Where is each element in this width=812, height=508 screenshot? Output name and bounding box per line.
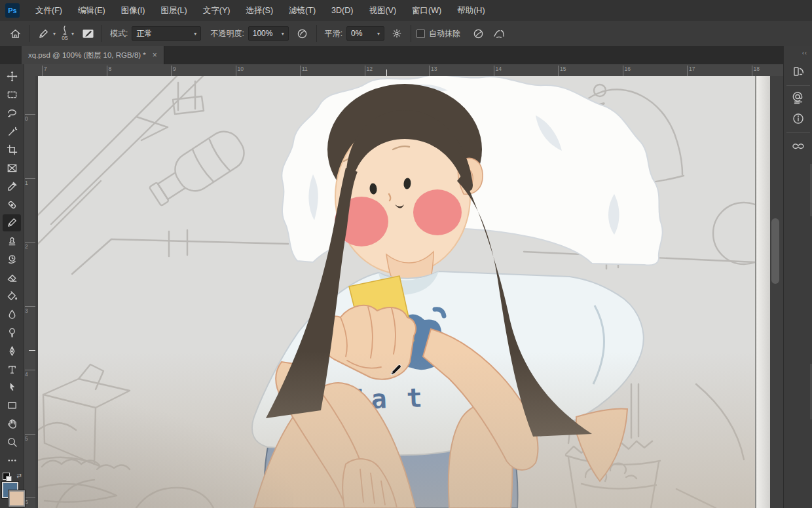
opacity-select[interactable]: 100%▾ [248, 26, 289, 41]
color-swatches: ⇄ [1, 473, 23, 508]
hruler-tick: 9 [171, 66, 176, 76]
libraries-panel-icon[interactable] [790, 90, 807, 107]
mode-select[interactable]: 正常▾ [132, 26, 201, 41]
hruler-cursor-marker [386, 69, 387, 76]
menu-item-3[interactable]: 图层(L) [153, 0, 194, 21]
tool-crop[interactable] [3, 141, 21, 158]
vruler-tick: 3 [25, 306, 35, 314]
tool-lasso[interactable] [3, 105, 21, 122]
photoshop-window: Ps 文件(F)编辑(E)图像(I)图层(L)文字(Y)选择(S)滤镜(T)3D… [0, 0, 812, 508]
chevron-down-icon: ▾ [53, 31, 56, 37]
pencil-tool-preset-icon[interactable] [35, 25, 52, 42]
menu-item-5[interactable]: 选择(S) [238, 0, 281, 21]
brush-preset-icon[interactable]: 05 [60, 26, 70, 41]
vruler-tick: 5 [25, 434, 35, 442]
default-colors-icon[interactable] [3, 473, 10, 480]
tool-eyedropper[interactable] [3, 178, 21, 195]
mode-label: 模式: [110, 28, 128, 39]
tool-frame[interactable] [3, 159, 21, 176]
hruler-tick: 14 [494, 66, 502, 76]
canvas-area: la t [35, 76, 783, 508]
hruler-tick: 17 [687, 66, 695, 76]
menu-item-7[interactable]: 3D(D) [323, 0, 361, 21]
vruler-tick: 0 [25, 114, 35, 122]
smoothing-select[interactable]: 0%▾ [346, 26, 384, 41]
swap-colors-icon[interactable]: ⇄ [16, 473, 22, 479]
menu-item-6[interactable]: 滤镜(T) [281, 0, 323, 21]
hruler-tick: 16 [623, 66, 631, 76]
tool-blur[interactable] [3, 305, 21, 322]
tool-pencil[interactable] [3, 214, 21, 231]
hruler-tick: 13 [429, 66, 437, 76]
tool-hand[interactable] [3, 416, 21, 433]
hruler-tick: 7 [42, 66, 47, 76]
vruler-tick: 6 [25, 498, 35, 505]
home-icon[interactable] [7, 25, 24, 42]
tool-rectangle[interactable] [3, 397, 21, 414]
hruler-tick: 18 [752, 66, 760, 76]
options-bar: ▾ 05 ▾ 模式: 正常▾ 不透明度: 100%▾ 平滑: 0%▾ 自动抹除 [0, 21, 812, 47]
vruler-cursor-marker [29, 350, 35, 351]
tool-magic-wand[interactable] [3, 123, 21, 140]
hruler-tick: 12 [365, 66, 373, 76]
pasteboard [770, 76, 783, 508]
background-color-swatch[interactable] [9, 490, 25, 507]
tool-spot-healing-brush[interactable] [3, 196, 21, 213]
tools-panel: ⇄ [0, 64, 24, 508]
photoshop-logo: Ps [5, 3, 20, 18]
illustration[interactable]: la t [38, 76, 755, 508]
menu-item-8[interactable]: 视图(V) [361, 0, 404, 21]
vruler-tick: 1 [25, 178, 35, 186]
tool-move[interactable] [3, 68, 21, 85]
color-panel-icon[interactable] [790, 63, 807, 80]
smoothing-label: 平滑: [325, 28, 342, 39]
airbrush-icon[interactable] [470, 25, 487, 42]
horizontal-ruler: 789101112131415161718 [24, 64, 783, 77]
collapse-panels-icon[interactable]: ‹‹ [802, 50, 807, 56]
vruler-tick: 2 [25, 242, 35, 250]
opacity-label: 不透明度: [210, 28, 244, 39]
info-panel-icon[interactable] [790, 110, 807, 127]
vruler-tick: 4 [25, 370, 35, 378]
tool-eraser[interactable] [3, 269, 21, 286]
chevron-down-icon: ▾ [71, 31, 74, 37]
menu-item-10[interactable]: 帮助(H) [449, 0, 492, 21]
hruler-tick: 15 [558, 66, 566, 76]
menu-item-9[interactable]: 窗口(W) [404, 0, 449, 21]
auto-erase-checkbox[interactable] [416, 29, 425, 38]
tool-path-selection[interactable] [3, 379, 21, 396]
tool-rectangular-marquee[interactable] [3, 87, 21, 104]
tool-clone-stamp[interactable] [3, 233, 21, 250]
hruler-tick: 11 [300, 66, 308, 76]
document-tab[interactable]: xq.psd @ 100% (图层 10, RGB/8) * × [22, 46, 164, 64]
tool-history-brush[interactable] [3, 251, 21, 268]
smoothing-gear-icon[interactable] [388, 25, 405, 42]
menu-bar: Ps 文件(F)编辑(E)图像(I)图层(L)文字(Y)选择(S)滤镜(T)3D… [0, 0, 812, 22]
tool-type[interactable] [3, 361, 21, 378]
document-title: xq.psd @ 100% (图层 10, RGB/8) * [28, 50, 146, 60]
size-pressure-icon[interactable] [490, 25, 507, 42]
vertical-scrollbar[interactable] [771, 218, 779, 284]
tool-zoom[interactable] [3, 434, 21, 451]
hruler-tick: 8 [107, 66, 112, 76]
edit-toolbar-icon[interactable] [3, 452, 21, 469]
canvas-white-margin [756, 76, 770, 508]
menu-item-2[interactable]: 图像(I) [113, 0, 153, 21]
menu-item-1[interactable]: 编辑(E) [70, 0, 113, 21]
menu-item-4[interactable]: 文字(Y) [195, 0, 238, 21]
panel-dock: ‹‹ [783, 46, 812, 508]
auto-erase-label: 自动抹除 [429, 28, 460, 39]
tool-dodge[interactable] [3, 324, 21, 341]
toggle-brush-panel-icon[interactable] [79, 25, 96, 42]
opacity-pressure-icon[interactable] [294, 25, 311, 42]
hruler-tick: 10 [236, 66, 244, 76]
document-tab-bar: xq.psd @ 100% (图层 10, RGB/8) * × [0, 46, 783, 64]
tool-pen[interactable] [3, 342, 21, 359]
tool-gradient[interactable] [3, 288, 21, 305]
menu-item-0[interactable]: 文件(F) [28, 0, 70, 21]
creative-cloud-icon[interactable] [790, 138, 807, 155]
vertical-ruler: 0123456 [24, 76, 36, 508]
close-icon[interactable]: × [153, 50, 157, 60]
